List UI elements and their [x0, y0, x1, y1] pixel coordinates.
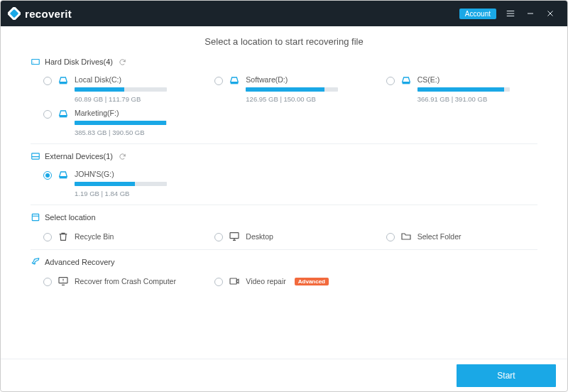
- svg-rect-10: [32, 214, 38, 220]
- drive-stats: 60.89 GB | 111.79 GB: [75, 95, 195, 103]
- radio-g[interactable]: [43, 171, 52, 180]
- crash-icon: [58, 276, 69, 287]
- drive-stats: 385.83 GB | 390.50 GB: [75, 129, 195, 136]
- drive-stats: 126.95 GB | 150.00 GB: [246, 95, 366, 103]
- svg-rect-7: [402, 82, 410, 85]
- section-label-hdd: Hard Disk Drives(4): [45, 58, 113, 66]
- location-label: Select Folder: [417, 232, 462, 241]
- start-button[interactable]: Start: [457, 364, 556, 387]
- radio-e[interactable]: [386, 77, 395, 85]
- section-advanced: Advanced Recovery Recover from Crash Com…: [31, 257, 537, 290]
- minimize-icon: [526, 9, 535, 18]
- footer: Start: [1, 359, 567, 391]
- section-header-adv: Advanced Recovery: [31, 257, 537, 267]
- titlebar: recoverit Account: [1, 1, 567, 26]
- usage-bar: [246, 87, 338, 92]
- radio-desktop[interactable]: [214, 233, 223, 241]
- radio-crash[interactable]: [43, 278, 52, 286]
- logo-icon: [8, 7, 21, 20]
- advanced-label: Recover from Crash Computer: [75, 277, 176, 285]
- location-recycle-bin[interactable]: Recycle Bin: [31, 228, 195, 245]
- svg-point-3: [33, 62, 34, 63]
- location-desktop[interactable]: Desktop: [202, 228, 366, 245]
- disk-icon: [58, 108, 69, 122]
- minimize-button[interactable]: [520, 4, 540, 23]
- refresh-ext-button[interactable]: [119, 153, 126, 160]
- svg-rect-5: [60, 116, 67, 118]
- location-icon: [31, 212, 40, 222]
- divider: [31, 143, 537, 144]
- drive-stats: 1.19 GB | 1.84 GB: [75, 190, 195, 197]
- section-label-adv: Advanced Recovery: [45, 258, 114, 266]
- recycle-bin-icon: [58, 231, 69, 242]
- disk-icon: [58, 169, 69, 183]
- section-header-hdd: Hard Disk Drives(4): [31, 57, 537, 67]
- location-label: Recycle Bin: [75, 232, 114, 241]
- external-icon: [31, 151, 40, 161]
- close-icon: [546, 9, 555, 18]
- close-button[interactable]: [540, 4, 560, 23]
- drive-name: Software(D:): [246, 75, 366, 84]
- section-location: Select location Recycle Bin Desktop: [31, 212, 537, 245]
- svg-rect-11: [230, 233, 239, 239]
- radio-folder[interactable]: [386, 233, 395, 241]
- radio-c[interactable]: [43, 77, 52, 85]
- hdd-icon: [31, 57, 40, 67]
- section-label-ext: External Devices(1): [45, 152, 113, 160]
- disk-icon: [400, 75, 412, 89]
- usage-bar: [75, 121, 167, 125]
- drive-item-e[interactable]: CS(E:) 366.91 GB | 391.00 GB: [373, 72, 537, 106]
- drive-item-f[interactable]: Marketing(F:) 385.83 GB | 390.50 GB: [31, 106, 195, 139]
- radio-recycle[interactable]: [43, 233, 52, 241]
- menu-icon: [506, 9, 515, 18]
- advanced-crash-recovery[interactable]: Recover from Crash Computer: [31, 273, 195, 290]
- section-hdd: Hard Disk Drives(4) Local Disk(C:) 60.89…: [31, 57, 537, 139]
- divider: [31, 205, 537, 205]
- logo-text: recoverit: [25, 8, 72, 20]
- folder-icon: [400, 231, 412, 242]
- section-label-loc: Select location: [45, 213, 96, 222]
- menu-button[interactable]: [501, 4, 520, 23]
- radio-f[interactable]: [43, 110, 52, 119]
- location-label: Desktop: [246, 232, 273, 241]
- radio-video[interactable]: [214, 278, 223, 286]
- drive-item-g[interactable]: JOHN'S(G:) 1.19 GB | 1.84 GB: [31, 167, 195, 200]
- drive-name: Marketing(F:): [75, 109, 195, 117]
- svg-rect-4: [60, 82, 67, 85]
- svg-rect-9: [60, 177, 67, 179]
- disk-icon: [58, 75, 69, 89]
- disk-icon: [229, 75, 240, 89]
- refresh-icon: [119, 58, 126, 66]
- section-header-loc: Select location: [31, 212, 537, 222]
- desktop-icon: [229, 231, 240, 242]
- drive-stats: 366.91 GB | 391.00 GB: [417, 95, 537, 103]
- usage-bar: [75, 87, 167, 92]
- advanced-icon: [31, 257, 40, 267]
- page-title: Select a location to start recovering fi…: [31, 36, 537, 47]
- section-header-ext: External Devices(1): [31, 151, 537, 161]
- section-external: External Devices(1) JOHN'S(G:) 1.19 GB |…: [31, 151, 537, 200]
- location-select-folder[interactable]: Select Folder: [373, 228, 537, 245]
- usage-bar: [75, 182, 167, 186]
- drive-name: Local Disk(C:): [75, 75, 195, 84]
- svg-rect-6: [231, 82, 239, 85]
- drive-item-c[interactable]: Local Disk(C:) 60.89 GB | 111.79 GB: [31, 72, 195, 106]
- divider: [31, 249, 537, 250]
- drive-name: CS(E:): [417, 75, 537, 84]
- refresh-icon: [119, 153, 126, 160]
- radio-d[interactable]: [214, 77, 223, 85]
- drive-name: JOHN'S(G:): [75, 170, 195, 178]
- usage-bar: [417, 87, 510, 92]
- advanced-video-repair[interactable]: Video repair Advanced: [202, 273, 366, 290]
- video-icon: [229, 276, 240, 287]
- svg-rect-2: [32, 60, 40, 65]
- app-logo: recoverit: [8, 7, 72, 20]
- account-button[interactable]: Account: [459, 9, 496, 19]
- svg-rect-13: [230, 278, 236, 284]
- refresh-hdd-button[interactable]: [119, 58, 126, 66]
- drive-item-d[interactable]: Software(D:) 126.95 GB | 150.00 GB: [202, 72, 366, 106]
- advanced-label: Video repair: [246, 277, 285, 285]
- main-content: Select a location to start recovering fi…: [1, 26, 567, 359]
- advanced-badge: Advanced: [295, 278, 329, 285]
